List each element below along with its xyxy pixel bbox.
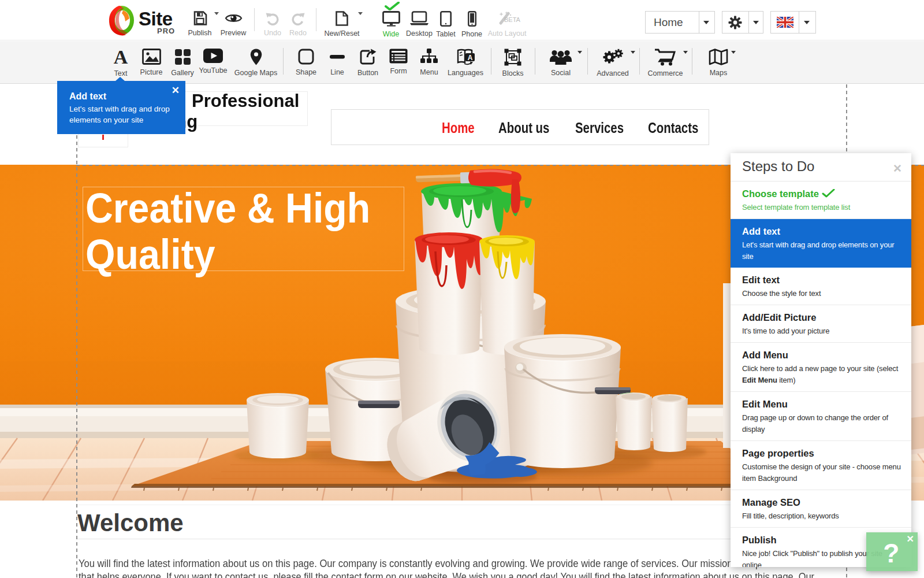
svg-text:A: A [467, 54, 472, 62]
svg-text:A: A [114, 49, 128, 66]
